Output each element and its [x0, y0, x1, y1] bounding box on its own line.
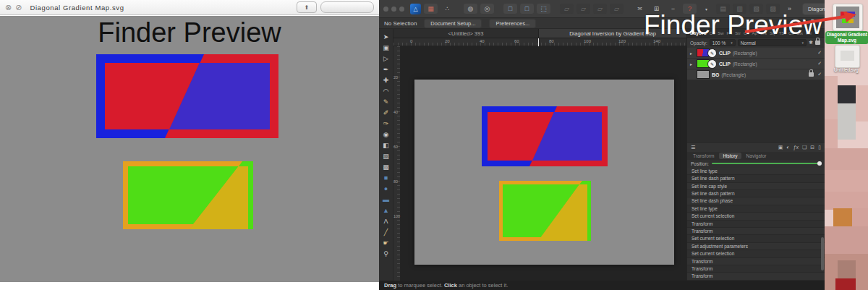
- visibility-checkmark[interactable]: ✓: [817, 72, 822, 77]
- desktop-file-icon-diagonal-gradient-map[interactable]: [833, 4, 863, 31]
- traffic-light-zoom[interactable]: [399, 7, 404, 12]
- selection-mode-icon-2[interactable]: □: [520, 4, 534, 14]
- history-item[interactable]: Transform: [687, 228, 825, 235]
- wallpaper-tile: [835, 278, 856, 290]
- gear-icon[interactable]: ✱: [809, 40, 813, 46]
- layer-options-icon[interactable]: ☰: [691, 145, 695, 150]
- desktop-file-icon-untitled[interactable]: [835, 45, 860, 68]
- wallpaper-tile: [825, 170, 868, 192]
- app-icon[interactable]: △: [410, 4, 421, 14]
- close-icon[interactable]: ⊗: [5, 4, 12, 12]
- share-button[interactable]: ⬆: [297, 1, 317, 13]
- clip-badge-icon: ✎: [707, 48, 717, 58]
- delete-icon[interactable]: ▯: [818, 145, 821, 150]
- rect2-border-right[interactable]: [587, 181, 591, 241]
- opacity-value: 100 %: [712, 40, 726, 46]
- layer-row[interactable]: BG (Rectangle) ✓: [687, 69, 825, 80]
- expand-arrow-icon[interactable]: ▸: [690, 51, 694, 56]
- no-selection-label: No Selection: [384, 20, 417, 27]
- selection-mode-icon-3[interactable]: ⬚: [537, 4, 550, 14]
- clip-badge-icon: ✎: [707, 59, 717, 69]
- wallpaper-tile: [825, 76, 838, 119]
- history-position-slider[interactable]: [712, 163, 821, 164]
- document-setup-button[interactable]: Document Setup...: [424, 19, 482, 28]
- lock-icon[interactable]: [809, 72, 814, 77]
- history-item[interactable]: Set line type: [687, 205, 825, 213]
- swatch-grid-icon[interactable]: ▦: [424, 4, 438, 14]
- persona-icon-2[interactable]: ◎: [480, 4, 494, 14]
- history-item[interactable]: Set line dash pattern: [687, 190, 825, 197]
- rect2-border-right: [248, 161, 253, 229]
- horizontal-ruler: 020406080100120140: [393, 38, 686, 46]
- history-item[interactable]: Set line dash phase: [687, 197, 825, 205]
- history-item[interactable]: Set line type: [687, 168, 825, 175]
- slider-knob[interactable]: [817, 161, 822, 166]
- new-layer-icon[interactable]: ❏: [802, 145, 807, 150]
- finder-titlebar[interactable]: ⊗ ⊘ Diagonal Gradient Map.svg ⬆: [0, 0, 379, 15]
- tab-navigator[interactable]: Navigator: [743, 153, 770, 159]
- studio-panel: Layers CoSwFXStrChApBrsStyTStCsStsser Op…: [686, 29, 825, 281]
- document-area: <Untitled> 393 Diagonal Inversion by Gra…: [393, 29, 686, 281]
- history-item[interactable]: Set line dash pattern: [687, 175, 825, 182]
- document-tab-untitled[interactable]: <Untitled> 393: [393, 29, 539, 38]
- history-item[interactable]: Set current selection: [687, 250, 825, 257]
- adjustment-icon[interactable]: ◐: [786, 145, 789, 150]
- open-with-button[interactable]: [320, 1, 374, 13]
- canvas[interactable]: [401, 46, 686, 281]
- history-item[interactable]: Transform: [687, 221, 825, 228]
- artboard-artwork: [414, 80, 674, 265]
- layer-type: (Rectangle): [733, 61, 757, 67]
- selection-mode-icon-1[interactable]: □: [503, 4, 517, 14]
- ruler-cursor-mark: [538, 38, 539, 46]
- history-item[interactable]: Set current selection: [687, 235, 825, 242]
- arrange-icon-1[interactable]: ▱: [560, 4, 574, 14]
- tab-transform[interactable]: Transform: [689, 153, 718, 159]
- history-item[interactable]: Transform: [687, 258, 825, 265]
- layer-row[interactable]: ▸ ✎ CLIP (Rectangle) ✓: [687, 48, 825, 59]
- wallpaper-tile: [856, 85, 868, 121]
- share-graph-icon[interactable]: ∴: [441, 4, 454, 14]
- chevron-down-icon: ▾: [802, 40, 804, 45]
- desktop-file-label[interactable]: Untitled.svg: [825, 67, 867, 73]
- preferences-button[interactable]: Preferences...: [489, 19, 536, 28]
- layer-thumbnail[interactable]: [697, 70, 710, 79]
- designer-main: ➤ ▣ ▷ ✒ ✚ ◠ ✎ ✐ ✑ ◉: [379, 29, 825, 281]
- designer-window: △ ▦ ∴ ◍ ◎ □ □ ⬚ ▱ ▱ ▱ ▱ ≍ ⊞ − ? ▾ ▤ ▥ ▧ …: [379, 0, 825, 290]
- tab-history[interactable]: History: [719, 153, 741, 159]
- history-item[interactable]: Set adjustment parameters: [687, 243, 825, 250]
- canvas-row: 20406080100: [393, 46, 686, 281]
- group-icon[interactable]: ⊟: [810, 145, 814, 150]
- position-label: Position:: [691, 161, 709, 166]
- history-position-row: Position:: [687, 160, 825, 168]
- arrange-icon-4[interactable]: ▱: [610, 4, 624, 14]
- mask-icon[interactable]: ▣: [778, 145, 783, 150]
- fx-icon[interactable]: ƒx: [793, 145, 799, 150]
- traffic-light-minimize[interactable]: [391, 7, 396, 12]
- status-bold: Drag: [384, 282, 396, 289]
- traffic-light-close[interactable]: [383, 7, 388, 12]
- visibility-checkmark[interactable]: ✓: [817, 61, 822, 67]
- arrange-icon-2[interactable]: ▱: [576, 4, 590, 14]
- history-item[interactable]: Set line cap style: [687, 183, 825, 190]
- persona-icon-1[interactable]: ◍: [464, 4, 477, 14]
- visibility-checkmark[interactable]: ✓: [817, 50, 822, 56]
- desktop-file-label-selected[interactable]: Diagonal Gradient Map.svg: [825, 31, 868, 44]
- wallpaper-tile: [838, 103, 856, 140]
- history-item[interactable]: Set current selection: [687, 213, 825, 220]
- layers-panel-footer: ☰ ▣ ◐ ƒx ❏ ⊟ ▯: [687, 142, 825, 152]
- expand-arrow-icon[interactable]: ▸: [690, 61, 694, 67]
- layers-empty-area: [687, 80, 825, 142]
- layer-row[interactable]: ▸ ✎ CLIP (Rectangle) ✓: [687, 59, 825, 69]
- lock-icon[interactable]: [815, 40, 820, 45]
- tools-panel: ➤ ▣ ▷ ✒ ✚ ◠ ✎ ✐ ✑ ◉: [379, 29, 393, 281]
- blend-mode-value: Normal: [741, 40, 756, 46]
- artboard[interactable]: [414, 80, 674, 265]
- status-text: an object to select it.: [457, 282, 508, 289]
- layer-name: BG: [712, 72, 720, 77]
- document-tabbar: <Untitled> 393 Diagonal Inversion by Gra…: [393, 29, 686, 38]
- chevron-down-icon: ▾: [731, 40, 733, 45]
- scrollbar-thumb[interactable]: [821, 237, 824, 270]
- history-item[interactable]: Transform: [687, 273, 825, 280]
- history-item[interactable]: Transform: [687, 265, 825, 273]
- arrange-icon-3[interactable]: ▱: [593, 4, 607, 14]
